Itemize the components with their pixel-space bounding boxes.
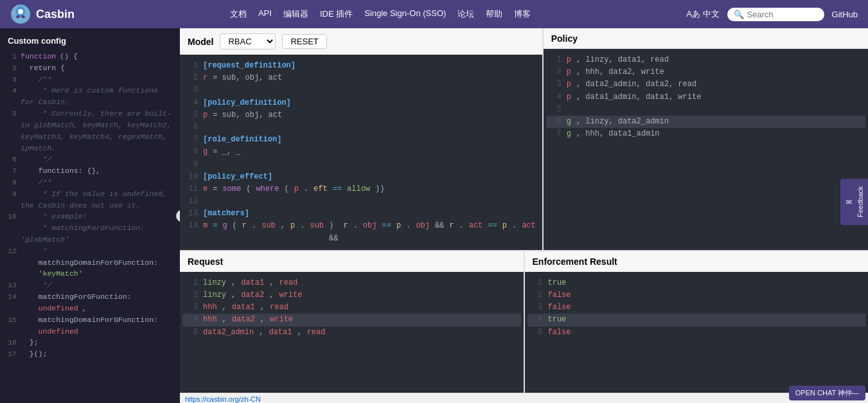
code-line: 3 bbox=[182, 84, 540, 96]
enforcement-panel: Enforcement Result 1 true 2 false 3 fals… bbox=[525, 251, 869, 393]
code-line: 3 hhh, data1, read bbox=[182, 301, 521, 314]
reset-button[interactable]: RESET bbox=[282, 34, 326, 49]
enforcement-title: Enforcement Result bbox=[533, 256, 617, 267]
code-line: 5 bbox=[546, 103, 865, 116]
code-line: 1 true bbox=[527, 277, 866, 289]
nav-ide[interactable]: IDE 插件 bbox=[320, 8, 353, 20]
code-line: 11e = some(where (p.eft == allow)) bbox=[182, 183, 540, 195]
code-line: 4 true bbox=[527, 314, 866, 326]
navbar-right: Aあ 中文 🔍 GitHub bbox=[686, 8, 858, 21]
code-line: 5 false bbox=[527, 327, 866, 339]
sidebar: Custom config 1function() { 2 return { 3… bbox=[0, 28, 180, 403]
main-layout: Custom config 1function() { 2 return { 3… bbox=[0, 28, 868, 403]
code-line: 4[policy_definition] bbox=[182, 97, 540, 109]
code-line: 7 g, hhh, data1_admin bbox=[546, 128, 865, 140]
code-line: 1 linzy, data1, read bbox=[182, 277, 521, 289]
model-select[interactable]: RBAC ACL ABAC RESTful bbox=[220, 33, 276, 49]
logo-text: Casbin bbox=[36, 8, 75, 21]
content-area: Model RBAC ACL ABAC RESTful RESET 1[requ… bbox=[180, 28, 868, 403]
code-line: 1 p, linzy, data1, read bbox=[546, 54, 865, 66]
request-panel-header: Request bbox=[180, 251, 524, 272]
feedback-label: ✉ bbox=[844, 197, 853, 206]
code-line: 4 hhh, data2, write bbox=[182, 314, 521, 326]
navbar: Casbin 文档 API 编辑器 IDE 插件 Single Sign-On … bbox=[0, 0, 868, 28]
code-line: 4 p, data1_admin, data1, write bbox=[546, 91, 865, 103]
nav-editor[interactable]: 编辑器 bbox=[283, 8, 308, 20]
logo[interactable]: Casbin bbox=[10, 4, 75, 24]
code-line: 2r = sub, obj, act bbox=[182, 72, 540, 84]
policy-panel-header: Policy bbox=[544, 28, 868, 49]
sidebar-title: Custom config bbox=[0, 33, 180, 51]
code-line: 7[role_definition] bbox=[182, 134, 540, 146]
nav-links: 文档 API 编辑器 IDE 插件 Single Sign-On (SSO) 论… bbox=[87, 8, 673, 20]
code-line: 9 bbox=[182, 159, 540, 171]
code-line: 14 m = g ( r.sub , p.sub ) && r.obj == p… bbox=[182, 220, 540, 244]
model-panel: Model RBAC ACL ABAC RESTful RESET 1[requ… bbox=[180, 28, 544, 250]
policy-panel: Policy 1 p, linzy, data1, read 2 p, hhh,… bbox=[544, 28, 868, 250]
code-line: 6 bbox=[182, 121, 540, 134]
logo-icon bbox=[10, 4, 31, 24]
code-line: 8g = _, _ bbox=[182, 146, 540, 158]
feedback-text: Feedback bbox=[856, 186, 864, 217]
search-input[interactable] bbox=[747, 10, 818, 19]
request-editor[interactable]: 1 linzy, data1, read 2 linzy, data2, wri… bbox=[180, 272, 524, 393]
policy-title: Policy bbox=[551, 33, 578, 44]
top-section: Model RBAC ACL ABAC RESTful RESET 1[requ… bbox=[180, 28, 868, 251]
sidebar-code: 1function() { 2 return { 3 /** 4 * Here … bbox=[0, 51, 180, 360]
code-line: 3 false bbox=[527, 301, 866, 314]
code-line: 5 data2_admin, data1, read bbox=[182, 327, 521, 339]
nav-forum[interactable]: 论坛 bbox=[457, 8, 474, 20]
feedback-tab[interactable]: ✉ Feedback bbox=[840, 178, 868, 224]
footer-url: https://casbin.org/zh-CN bbox=[185, 395, 261, 403]
nav-api[interactable]: API bbox=[258, 8, 272, 20]
model-title: Model bbox=[188, 37, 213, 47]
request-panel: Request 1 linzy, data1, read 2 linzy, da… bbox=[180, 251, 525, 393]
code-line: 3 p, data2_admin, data2, read bbox=[546, 78, 865, 91]
enforcement-editor[interactable]: 1 true 2 false 3 false 4 true bbox=[525, 272, 869, 393]
code-line: 12 bbox=[182, 195, 540, 208]
code-line: 10[policy_effect] bbox=[182, 171, 540, 183]
policy-editor[interactable]: 1 p, linzy, data1, read 2 p, hhh, data2,… bbox=[544, 49, 868, 250]
nav-docs[interactable]: 文档 bbox=[230, 8, 247, 20]
svg-point-2 bbox=[18, 9, 23, 14]
nav-blog[interactable]: 博客 bbox=[514, 8, 531, 20]
search-icon: 🔍 bbox=[734, 10, 744, 19]
lang-toggle[interactable]: Aあ 中文 bbox=[686, 8, 719, 20]
search-box[interactable]: 🔍 bbox=[727, 8, 824, 21]
enforcement-panel-header: Enforcement Result bbox=[525, 251, 869, 272]
code-line: 2 p, hhh, data2, write bbox=[546, 66, 865, 78]
code-line: 1[request_definition] bbox=[182, 60, 540, 72]
nav-github[interactable]: GitHub bbox=[832, 10, 858, 19]
nav-sso[interactable]: Single Sign-On (SSO) bbox=[364, 8, 446, 20]
bottom-section: Request 1 linzy, data1, read 2 linzy, da… bbox=[180, 251, 868, 393]
code-line: 13[matchers] bbox=[182, 208, 540, 220]
model-editor[interactable]: 1[request_definition] 2r = sub, obj, act… bbox=[180, 55, 542, 250]
request-title: Request bbox=[188, 256, 223, 267]
code-line: 6 g, linzy, data2_admin bbox=[546, 116, 865, 128]
open-chat-button[interactable]: OPEN CHAT 神仲— bbox=[789, 386, 865, 400]
nav-help[interactable]: 帮助 bbox=[486, 8, 502, 20]
code-line: 2 linzy, data2, write bbox=[182, 289, 521, 301]
footer-bar: https://casbin.org/zh-CN bbox=[180, 393, 868, 403]
code-line: 5p = sub, obj, act bbox=[182, 109, 540, 121]
code-line: 2 false bbox=[527, 289, 866, 301]
model-panel-header: Model RBAC ACL ABAC RESTful RESET bbox=[180, 28, 542, 55]
